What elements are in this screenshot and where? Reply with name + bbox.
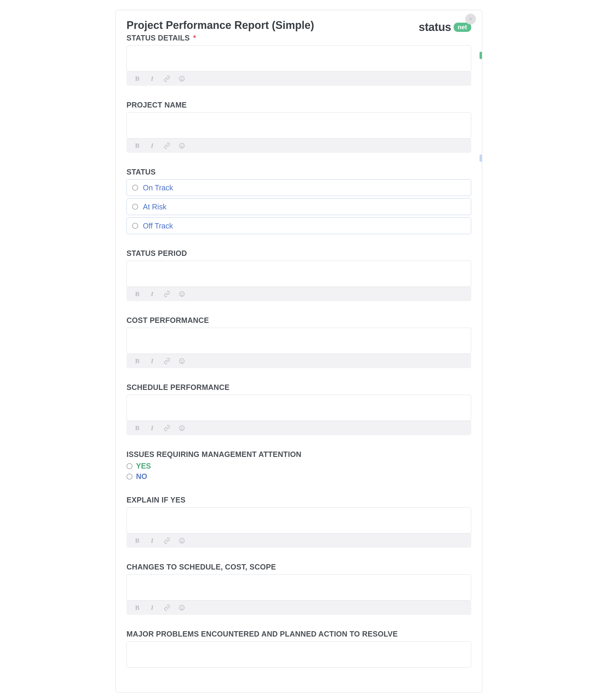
- radio-label: On Track: [143, 183, 173, 192]
- svg-point-7: [181, 293, 181, 294]
- editor-toolbar: B I: [127, 72, 471, 86]
- brand-logo: status net: [419, 21, 471, 34]
- form-header: Project Performance Report (Simple) stat…: [127, 19, 471, 34]
- radio-label: At Risk: [143, 203, 166, 211]
- field-changes: CHANGES TO SCHEDULE, COST, SCOPE B I: [127, 563, 471, 615]
- italic-icon[interactable]: I: [149, 604, 156, 611]
- svg-point-3: [180, 143, 185, 148]
- link-icon[interactable]: [163, 424, 171, 432]
- status-option-at-risk[interactable]: At Risk: [127, 198, 471, 215]
- form-title: Project Performance Report (Simple): [127, 19, 314, 31]
- editor-toolbar: B I: [127, 287, 471, 301]
- link-icon[interactable]: [163, 604, 171, 611]
- field-label: PROJECT NAME: [127, 101, 471, 109]
- bold-icon[interactable]: B: [134, 537, 141, 544]
- radio-icon: [132, 204, 138, 210]
- close-button[interactable]: ×: [465, 14, 476, 24]
- svg-point-2: [182, 78, 183, 78]
- schedule-performance-input[interactable]: [127, 395, 471, 421]
- link-icon[interactable]: [163, 291, 171, 298]
- changes-input[interactable]: [127, 574, 471, 601]
- radio-label: YES: [136, 462, 151, 470]
- bold-icon[interactable]: B: [134, 424, 141, 432]
- radio-icon: [132, 185, 138, 191]
- svg-point-8: [182, 293, 183, 294]
- svg-point-12: [180, 426, 185, 431]
- status-option-on-track[interactable]: On Track: [127, 179, 471, 196]
- svg-point-6: [180, 292, 185, 297]
- field-label: SCHEDULE PERFORMANCE: [127, 383, 471, 392]
- svg-point-0: [180, 76, 185, 81]
- field-label: ISSUES REQUIRING MANAGEMENT ATTENTION: [127, 450, 471, 459]
- emoji-icon[interactable]: [178, 75, 185, 82]
- form-panel: × Project Performance Report (Simple) st…: [115, 10, 482, 693]
- bold-icon[interactable]: B: [134, 604, 141, 611]
- emoji-icon[interactable]: [178, 357, 185, 365]
- field-issues: ISSUES REQUIRING MANAGEMENT ATTENTION YE…: [127, 450, 471, 481]
- status-details-input[interactable]: [127, 45, 471, 72]
- field-status: STATUS On Track At Risk Off Track: [127, 168, 471, 234]
- emoji-icon[interactable]: [178, 291, 185, 298]
- radio-icon: [127, 474, 132, 480]
- side-accent-blue: [479, 155, 482, 162]
- status-period-input[interactable]: [127, 260, 471, 287]
- field-cost-performance: COST PERFORMANCE B I: [127, 316, 471, 368]
- svg-point-1: [181, 78, 181, 78]
- svg-point-5: [182, 145, 183, 145]
- italic-icon[interactable]: I: [149, 357, 156, 365]
- radio-label: NO: [136, 472, 147, 481]
- svg-point-15: [180, 538, 185, 543]
- issues-option-no[interactable]: NO: [127, 472, 471, 481]
- editor-toolbar: B I: [127, 421, 471, 435]
- svg-point-13: [181, 427, 181, 428]
- field-label: COST PERFORMANCE: [127, 316, 471, 325]
- field-label: STATUS DETAILS *: [127, 34, 471, 42]
- bold-icon[interactable]: B: [134, 357, 141, 365]
- field-label: MAJOR PROBLEMS ENCOUNTERED AND PLANNED A…: [127, 630, 471, 638]
- bold-icon[interactable]: B: [134, 142, 141, 149]
- editor-toolbar: B I: [127, 354, 471, 368]
- emoji-icon[interactable]: [178, 604, 185, 611]
- editor-toolbar: B I: [127, 601, 471, 615]
- field-label: EXPLAIN IF YES: [127, 496, 471, 504]
- svg-point-9: [180, 359, 185, 364]
- emoji-icon[interactable]: [178, 424, 185, 432]
- svg-point-10: [181, 360, 181, 361]
- close-icon: ×: [469, 15, 473, 23]
- radio-label: Off Track: [143, 222, 173, 230]
- italic-icon[interactable]: I: [149, 291, 156, 298]
- issues-option-yes[interactable]: YES: [127, 462, 471, 470]
- bold-icon[interactable]: B: [134, 75, 141, 82]
- bold-icon[interactable]: B: [134, 291, 141, 298]
- field-label: STATUS: [127, 168, 471, 176]
- svg-point-20: [182, 607, 183, 607]
- emoji-icon[interactable]: [178, 142, 185, 149]
- required-mark: *: [193, 34, 196, 42]
- link-icon[interactable]: [163, 357, 171, 365]
- svg-point-4: [181, 145, 181, 145]
- svg-point-18: [180, 605, 185, 610]
- italic-icon[interactable]: I: [149, 75, 156, 82]
- field-schedule-performance: SCHEDULE PERFORMANCE B I: [127, 383, 471, 435]
- radio-icon: [127, 463, 132, 469]
- field-explain-if-yes: EXPLAIN IF YES B I: [127, 496, 471, 548]
- project-name-input[interactable]: [127, 112, 471, 139]
- link-icon[interactable]: [163, 75, 171, 82]
- emoji-icon[interactable]: [178, 537, 185, 544]
- radio-icon: [132, 223, 138, 229]
- italic-icon[interactable]: I: [149, 142, 156, 149]
- explain-input[interactable]: [127, 507, 471, 533]
- major-problems-input[interactable]: [127, 641, 471, 668]
- link-icon[interactable]: [163, 142, 171, 149]
- field-status-details: STATUS DETAILS * B I: [127, 34, 471, 86]
- italic-icon[interactable]: I: [149, 537, 156, 544]
- field-label: STATUS PERIOD: [127, 249, 471, 258]
- field-project-name: PROJECT NAME B I: [127, 101, 471, 153]
- cost-performance-input[interactable]: [127, 328, 471, 354]
- status-option-off-track[interactable]: Off Track: [127, 218, 471, 234]
- link-icon[interactable]: [163, 537, 171, 544]
- field-label: CHANGES TO SCHEDULE, COST, SCOPE: [127, 563, 471, 571]
- field-major-problems: MAJOR PROBLEMS ENCOUNTERED AND PLANNED A…: [127, 630, 471, 668]
- italic-icon[interactable]: I: [149, 424, 156, 432]
- editor-toolbar: B I: [127, 533, 471, 548]
